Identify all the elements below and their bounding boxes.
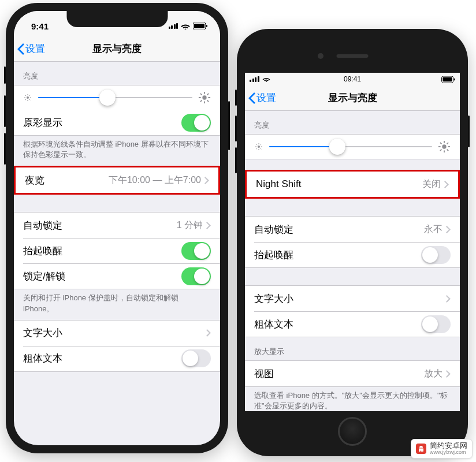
svg-line-9 bbox=[29, 99, 30, 100]
chevron-right-icon bbox=[204, 177, 209, 184]
svg-line-32 bbox=[261, 144, 261, 145]
row-raise-to-wake: 抬起唤醒 bbox=[245, 242, 460, 267]
lock-unlock-toggle[interactable] bbox=[181, 267, 211, 285]
svg-line-31 bbox=[256, 148, 257, 149]
text-size-label: 文字大小 bbox=[23, 326, 206, 340]
bold-text-toggle[interactable] bbox=[181, 349, 211, 367]
watermark-url: www.jylzwj.com bbox=[430, 450, 467, 456]
display-zoom-label: 视图 bbox=[254, 367, 424, 381]
chevron-right-icon bbox=[446, 295, 451, 303]
svg-line-17 bbox=[200, 94, 202, 95]
back-button[interactable]: 设置 bbox=[245, 91, 276, 105]
status-time: 09:41 bbox=[245, 75, 460, 83]
page-title: 显示与亮度 bbox=[245, 91, 460, 105]
signal-icon bbox=[169, 23, 178, 29]
text-size-label: 文字大小 bbox=[254, 292, 446, 305]
brightness-low-icon bbox=[23, 93, 32, 102]
chevron-right-icon bbox=[446, 370, 451, 378]
svg-line-29 bbox=[256, 144, 257, 145]
bold-text-label: 粗体文本 bbox=[23, 352, 181, 365]
night-shift-label: Night Shift bbox=[256, 178, 422, 190]
row-night-shift[interactable]: 夜览 下午10:00 — 上午7:00 bbox=[16, 167, 218, 193]
brightness-slider[interactable] bbox=[269, 146, 432, 147]
volume-up-button bbox=[4, 95, 6, 127]
chevron-right-icon bbox=[444, 181, 449, 188]
chevron-right-icon bbox=[446, 226, 451, 233]
brightness-slider-row bbox=[245, 135, 460, 159]
svg-line-39 bbox=[447, 150, 449, 151]
raise-to-wake-label: 抬起唤醒 bbox=[254, 248, 421, 262]
status-time: 9:41 bbox=[31, 21, 49, 31]
row-bold-text: 粗体文本 bbox=[245, 311, 460, 337]
zoom-footer: 选取查看 iPhone 的方式。"放大"会显示更大的控制项。"标准"会显示更多的… bbox=[245, 387, 460, 411]
home-button[interactable] bbox=[338, 417, 367, 446]
row-auto-lock[interactable]: 自动锁定 1 分钟 bbox=[14, 213, 220, 238]
lock-unlock-label: 锁定/解锁 bbox=[23, 270, 181, 283]
chevron-right-icon bbox=[206, 329, 211, 337]
highlight-night-shift: Night Shift 关闭 bbox=[245, 170, 460, 199]
row-bold-text: 粗体文本 bbox=[14, 346, 220, 371]
svg-line-10 bbox=[25, 99, 26, 100]
nav-bar: 设置 显示与亮度 bbox=[14, 36, 220, 62]
brightness-high-icon bbox=[198, 91, 211, 104]
row-night-shift[interactable]: Night Shift 关闭 bbox=[247, 172, 458, 197]
svg-line-18 bbox=[207, 100, 209, 102]
brightness-low-icon bbox=[254, 142, 263, 151]
svg-point-24 bbox=[258, 146, 260, 148]
svg-line-20 bbox=[207, 94, 209, 95]
auto-lock-detail: 1 分钟 bbox=[177, 219, 203, 232]
svg-line-19 bbox=[200, 100, 202, 102]
notch bbox=[66, 11, 168, 27]
raise-to-wake-toggle[interactable] bbox=[421, 246, 451, 264]
watermark-name: 简约安卓网 bbox=[430, 442, 467, 450]
volume-down-button bbox=[4, 133, 6, 165]
raise-to-wake-label: 抬起唤醒 bbox=[23, 244, 181, 258]
volume-up-button bbox=[235, 116, 237, 141]
chevron-left-icon bbox=[248, 92, 255, 104]
true-tone-toggle[interactable] bbox=[181, 114, 211, 132]
night-shift-detail: 下午10:00 — 上午7:00 bbox=[109, 174, 201, 187]
row-text-size[interactable]: 文字大小 bbox=[14, 321, 220, 346]
row-auto-lock[interactable]: 自动锁定 永不 bbox=[245, 217, 460, 242]
wifi-icon bbox=[181, 23, 190, 29]
status-bar: 09:41 bbox=[245, 73, 460, 85]
night-shift-detail: 关闭 bbox=[422, 178, 441, 191]
true-tone-label: 原彩显示 bbox=[23, 116, 181, 129]
auto-lock-detail: 永不 bbox=[424, 223, 442, 236]
svg-point-3 bbox=[27, 96, 29, 99]
side-button bbox=[228, 101, 230, 150]
section-header-brightness: 亮度 bbox=[245, 111, 460, 134]
back-label: 设置 bbox=[256, 91, 276, 105]
svg-line-41 bbox=[447, 143, 449, 144]
brightness-slider[interactable] bbox=[38, 97, 192, 98]
svg-line-11 bbox=[29, 95, 30, 96]
section-header-brightness: 亮度 bbox=[14, 62, 220, 85]
auto-lock-label: 自动锁定 bbox=[23, 219, 177, 232]
volume-down-button bbox=[235, 147, 237, 173]
back-label: 设置 bbox=[25, 42, 45, 55]
mute-switch bbox=[4, 66, 6, 84]
row-true-tone: 原彩显示 bbox=[14, 110, 220, 135]
battery-icon bbox=[193, 23, 207, 29]
highlight-night-shift: 夜览 下午10:00 — 上午7:00 bbox=[14, 166, 220, 195]
lock-footer: 关闭和打开 iPhone 保护盖时，自动锁定和解锁 iPhone。 bbox=[14, 289, 220, 319]
mute-switch bbox=[235, 90, 237, 106]
night-shift-label: 夜览 bbox=[25, 174, 109, 187]
svg-line-40 bbox=[440, 150, 442, 151]
phone-frame-iphone-8: 09:41 设置 显示与亮度 亮度 bbox=[237, 29, 468, 456]
row-display-zoom[interactable]: 视图 放大 bbox=[245, 361, 460, 386]
back-button[interactable]: 设置 bbox=[14, 42, 45, 55]
android-icon bbox=[416, 444, 426, 454]
auto-lock-label: 自动锁定 bbox=[254, 223, 424, 236]
svg-line-8 bbox=[25, 95, 26, 96]
display-zoom-detail: 放大 bbox=[424, 368, 442, 380]
svg-line-30 bbox=[261, 148, 261, 149]
raise-to-wake-toggle[interactable] bbox=[181, 242, 211, 260]
bold-text-toggle[interactable] bbox=[421, 315, 451, 333]
front-camera bbox=[318, 53, 323, 59]
bold-text-label: 粗体文本 bbox=[254, 318, 421, 331]
svg-point-33 bbox=[442, 144, 446, 148]
row-text-size[interactable]: 文字大小 bbox=[245, 286, 460, 311]
phone-frame-iphone-x: 9:41 设置 显示与亮度 bbox=[6, 3, 228, 453]
brightness-high-icon bbox=[438, 140, 451, 153]
